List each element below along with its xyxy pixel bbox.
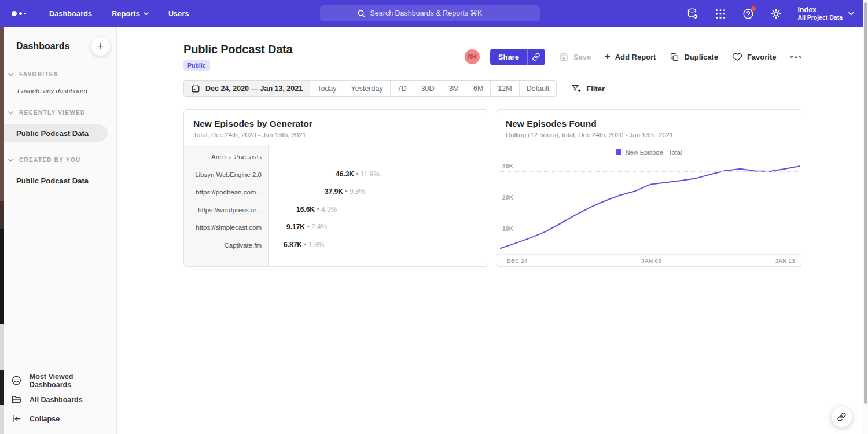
range-3m[interactable]: 3M [442, 81, 466, 96]
plot-area[interactable]: 30K20K10K [500, 159, 800, 254]
filter-funnel-icon [571, 84, 581, 93]
more-options-button[interactable] [790, 56, 802, 58]
bar-value: 37.9K 9.8% [325, 187, 365, 196]
collapse-sidebar-button[interactable]: Collapse [0, 409, 116, 428]
nav-link-dashboards[interactable]: Dashboards [49, 10, 92, 18]
card-title: New Episodes by Generator [193, 119, 479, 129]
nav-right-icons: Index All Project Data [686, 0, 854, 27]
card-subtitle: Rolling (12 hours), total, Dec 24th, 202… [506, 131, 792, 138]
data-icon[interactable] [686, 8, 699, 20]
duplicate-icon [670, 52, 679, 62]
card-new-episodes-found: New Episodes Found Rolling (12 hours), t… [496, 109, 801, 267]
settings-icon[interactable] [770, 8, 782, 20]
gridline [500, 171, 800, 172]
range-yesterday[interactable]: Yesterday [344, 81, 390, 96]
section-created-by-you[interactable]: CREATED BY YOU [0, 157, 116, 163]
public-badge: Public [183, 60, 210, 71]
favorite-button[interactable]: Favorite [732, 52, 777, 62]
date-range-picker[interactable]: Dec 24, 2020 — Jan 13, 2021 [184, 81, 310, 96]
search-icon [357, 9, 366, 18]
share-link-button[interactable] [528, 49, 545, 65]
card-title: New Episodes Found [506, 119, 792, 129]
filter-button[interactable]: Filter [571, 84, 605, 93]
range-default[interactable]: Default [519, 81, 557, 96]
bar-row[interactable]: Captivate.fm 6.87K 1.8% [184, 237, 488, 255]
bar-value: 46.3K 11.9% [336, 170, 380, 178]
range-today[interactable]: Today [310, 81, 343, 96]
main-content: Public Podcast Data Public RH Share [117, 27, 868, 434]
card-new-episodes-by-generator: New Episodes by Generator Total, Dec 24t… [183, 109, 488, 267]
duplicate-button[interactable]: Duplicate [670, 52, 718, 62]
bar-row[interactable]: Libsyn WebEngine 2.0 46.3K 11.9% [184, 166, 488, 184]
x-axis-tick: DEC 24 [507, 258, 528, 264]
project-scope: All Project Data [797, 14, 843, 21]
project-name: Index [797, 6, 843, 14]
bar-value: 6.87K 1.8% [284, 241, 324, 249]
all-dashboards-button[interactable]: All Dashboards [0, 390, 116, 409]
calendar-icon [191, 84, 200, 93]
bar-value: 156K 40.3% [221, 153, 264, 161]
sidebar-item-public-podcast-data[interactable]: Public Podcast Data [0, 124, 108, 142]
add-report-button[interactable]: + Add Report [605, 52, 656, 61]
save-icon [559, 52, 569, 62]
heart-icon [732, 52, 742, 62]
y-axis-tick: 20K [502, 194, 513, 201]
sidebar-item-public-podcast-data-created[interactable]: Public Podcast Data [0, 172, 116, 189]
range-12m[interactable]: 12M [490, 81, 518, 96]
chevron-down-icon [8, 159, 13, 162]
add-dashboard-button[interactable]: + [91, 36, 111, 56]
gridline [500, 203, 800, 203]
range-30d[interactable]: 30D [414, 81, 442, 96]
top-nav: Dashboards Reports Users [0, 0, 868, 27]
header-actions: RH Share [465, 49, 801, 65]
bar-chart: Anchor Podcasts 156K 40.3% Libsyn WebEng… [184, 145, 488, 266]
share-link-fab[interactable] [831, 406, 852, 428]
project-switcher[interactable]: Index All Project Data [797, 6, 854, 21]
global-search[interactable] [320, 5, 540, 21]
bar-row[interactable]: Anchor Podcasts 156K 40.3% [184, 148, 488, 166]
notification-badge [751, 6, 756, 11]
avatar[interactable]: RH [465, 49, 480, 64]
save-button[interactable]: Save [559, 52, 591, 62]
most-viewed-dashboards-button[interactable]: Most Viewed Dashboards [0, 371, 116, 390]
sidebar-title: Dashboards [16, 41, 69, 52]
line-chart: New Episode - Total 30K20K10K DEC 24 JAN… [496, 145, 801, 266]
chevron-down-icon [8, 111, 13, 115]
bar-row[interactable]: https://simplecast.com 9.17K 2.4% [184, 219, 488, 237]
page-title: Public Podcast Data [183, 43, 292, 56]
range-7d[interactable]: 7D [390, 81, 414, 96]
collapse-icon [11, 413, 22, 424]
section-favorites[interactable]: FAVORITES [0, 71, 116, 78]
smiley-icon [11, 375, 22, 386]
range-6m[interactable]: 6M [466, 81, 490, 96]
nav-link-reports[interactable]: Reports [112, 10, 149, 18]
chevron-down-icon [144, 12, 149, 16]
bar-row[interactable]: https://podbean.com... 37.9K 9.8% [184, 183, 488, 201]
chevron-down-icon [8, 73, 13, 76]
folder-icon [11, 394, 22, 405]
amplitude-dots-logo[interactable] [12, 11, 26, 16]
sidebar: Dashboards + FAVORITES Favorite any dash… [0, 27, 117, 434]
line-series [500, 166, 800, 248]
favorites-empty-note: Favorite any dashboard [0, 87, 116, 94]
x-axis-tick: JAN 13 [775, 258, 795, 264]
card-subtitle: Total, Dec 24th, 2020 - Jan 13th, 2021 [193, 131, 479, 138]
legend-label: New Episode - Total [626, 149, 682, 156]
x-axis-tick: JAN 03 [641, 258, 661, 264]
bar-row[interactable]: https://wordpress.or... 16.6K 4.3% [184, 201, 488, 219]
window-edge-strip [0, 27, 4, 434]
help-icon[interactable] [742, 8, 755, 20]
y-axis-tick: 10K [502, 226, 513, 232]
chart-legend[interactable]: New Episode - Total [496, 145, 801, 159]
section-recently-viewed[interactable]: RECENTLY VIEWED [0, 109, 116, 116]
nav-link-users[interactable]: Users [168, 10, 189, 18]
scrollbar-thumb[interactable] [864, 2, 867, 404]
apps-grid-icon[interactable] [714, 8, 727, 20]
plus-icon: + [605, 52, 610, 61]
gridline [500, 234, 800, 234]
date-range-control: Dec 24, 2020 — Jan 13, 2021 Today Yester… [183, 80, 557, 97]
y-axis-tick: 30K [502, 163, 513, 170]
page-scrollbar[interactable] [863, 0, 868, 434]
share-button[interactable]: Share [490, 49, 545, 65]
search-input[interactable] [370, 9, 503, 17]
